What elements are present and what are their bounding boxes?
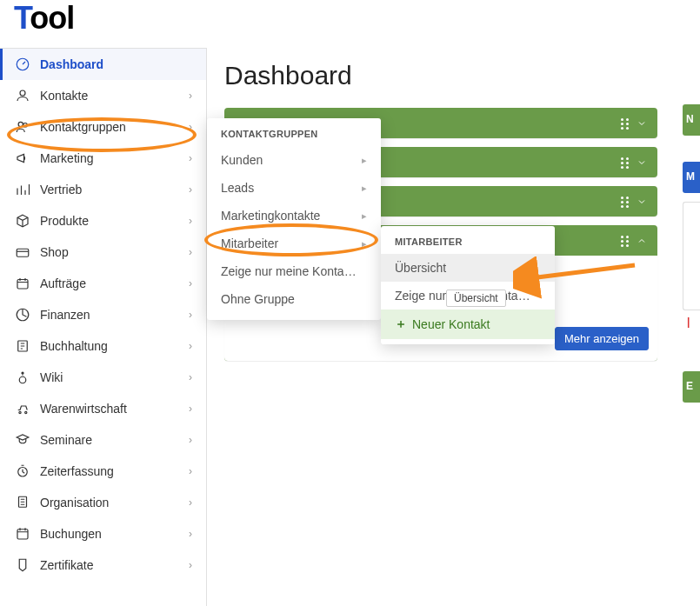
chevron-down-icon[interactable]	[637, 157, 647, 168]
right-panel-header-fragment[interactable]: E	[683, 371, 700, 403]
sidebar-item-label: Kontaktgruppen	[40, 120, 126, 134]
svg-point-8	[19, 411, 21, 413]
drag-handle-icon[interactable]	[621, 196, 630, 208]
chevron-right-icon: ▸	[362, 210, 367, 222]
sidebar-item-label: Dashboard	[40, 57, 103, 71]
seminars-icon	[14, 432, 31, 448]
wiki-icon	[14, 370, 31, 385]
drag-handle-icon[interactable]	[621, 117, 630, 130]
sidebar-item-zertifikate[interactable]: Zertifikate ›	[0, 549, 206, 581]
chevron-right-icon: ›	[189, 246, 192, 258]
chevron-right-icon: ▸	[362, 183, 367, 194]
chevron-up-icon[interactable]	[637, 236, 647, 246]
sidebar-item-warenwirtschaft[interactable]: Warenwirtschaft ›	[0, 393, 206, 424]
chevron-right-icon: ›	[189, 528, 192, 540]
sidebar-item-wiki[interactable]: Wiki ›	[0, 362, 206, 393]
sidebar: Dashboard Kontakte › Kontaktgruppen › Ma…	[0, 48, 207, 606]
sidebar-item-label: Zeiterfassung	[40, 464, 114, 478]
sidebar-item-marketing[interactable]: Marketing ›	[0, 143, 206, 174]
organisation-icon	[14, 495, 31, 510]
chevron-right-icon: ›	[189, 434, 192, 446]
drag-handle-icon[interactable]	[621, 156, 630, 169]
sidebar-item-organisation[interactable]: Organisation ›	[0, 487, 206, 518]
flyout-item-mitarbeiter[interactable]: Mitarbeiter ▸	[207, 230, 381, 257]
flyout-item-kunden[interactable]: Kunden ▸	[207, 146, 381, 174]
sidebar-item-label: Produkte	[40, 214, 89, 228]
flyout-item-uebersicht[interactable]: Übersicht	[381, 254, 555, 282]
flyout-item-label: Übersicht	[395, 261, 446, 275]
flyout-kontaktgruppen: KONTAKTGRUPPEN Kunden ▸ Leads ▸ Marketin…	[207, 118, 381, 320]
flyout-title: KONTAKTGRUPPEN	[207, 118, 381, 146]
plus-icon: ＋	[395, 316, 407, 332]
app-logo: Tool	[14, 0, 74, 37]
svg-point-2	[18, 122, 23, 126]
sidebar-item-buchungen[interactable]: Buchungen ›	[0, 518, 206, 549]
chevron-right-icon: ›	[189, 277, 192, 290]
logo-letter: T	[14, 0, 30, 36]
flyout-item-label: Neuer Kontakt	[412, 317, 490, 331]
dashboard-icon	[14, 57, 31, 72]
chevron-right-icon: ›	[189, 496, 192, 509]
page-title: Dashboard	[224, 61, 700, 90]
sidebar-item-zeiterfassung[interactable]: Zeiterfassung ›	[0, 456, 206, 487]
svg-rect-12	[17, 529, 28, 539]
sidebar-item-label: Wiki	[40, 370, 63, 384]
right-sidebar-fragment: N M | E	[683, 104, 700, 429]
sidebar-item-buchhaltung[interactable]: Buchhaltung ›	[0, 330, 206, 362]
show-more-button[interactable]: Mehr anzeigen	[555, 327, 649, 350]
flyout-item-ohne-gruppe[interactable]: Ohne Gruppe	[207, 285, 381, 313]
sidebar-item-auftraege[interactable]: Aufträge ›	[0, 268, 206, 299]
right-panel-header-fragment[interactable]: M	[683, 162, 700, 193]
drag-handle-icon[interactable]	[621, 235, 630, 247]
sidebar-item-finanzen[interactable]: Finanzen ›	[0, 299, 206, 330]
sidebar-item-label: Warenwirtschaft	[40, 402, 127, 416]
flyout-item-label: Ohne Gruppe	[221, 292, 295, 306]
chevron-down-icon[interactable]	[637, 196, 647, 207]
time-tracking-icon	[14, 463, 31, 479]
sidebar-item-kontakte[interactable]: Kontakte ›	[0, 80, 206, 111]
flyout-item-label: Leads	[221, 181, 254, 195]
flyout-item-own-contacts[interactable]: Zeige nur meine Konta…	[207, 257, 381, 285]
sidebar-item-vertrieb[interactable]: Vertrieb ›	[0, 174, 206, 205]
sidebar-item-label: Aufträge	[40, 276, 86, 290]
chevron-right-icon: ›	[189, 90, 192, 102]
sidebar-item-kontaktgruppen[interactable]: Kontaktgruppen ›	[0, 111, 206, 143]
chevron-down-icon[interactable]	[637, 118, 647, 129]
flyout-item-neuer-kontakt[interactable]: ＋ Neuer Kontakt	[381, 310, 555, 339]
chevron-right-icon: ▸	[362, 155, 367, 166]
contact-groups-icon	[14, 119, 31, 135]
sidebar-item-produkte[interactable]: Produkte ›	[0, 205, 206, 236]
svg-point-3	[23, 123, 28, 128]
contact-icon	[14, 88, 31, 103]
right-panel-header-fragment[interactable]: N	[683, 104, 700, 136]
flyout-item-label: Zeige nur meine Konta…	[221, 264, 357, 278]
sidebar-item-label: Organisation	[40, 496, 109, 509]
logo-rest: ool	[30, 0, 74, 36]
flyout-item-label: Marketingkontakte	[221, 209, 320, 223]
svg-point-7	[19, 376, 26, 383]
flyout-title: MITARBEITER	[381, 226, 555, 254]
chevron-right-icon: ›	[189, 309, 192, 321]
certificates-icon	[14, 557, 31, 573]
bookings-icon	[14, 526, 31, 542]
sidebar-item-seminare[interactable]: Seminare ›	[0, 424, 206, 456]
chevron-right-icon: ›	[189, 371, 192, 383]
svg-point-1	[20, 90, 25, 96]
flyout-item-leads[interactable]: Leads ▸	[207, 174, 381, 202]
marketing-icon	[14, 150, 31, 166]
chevron-right-icon: ›	[189, 559, 192, 571]
chevron-right-icon: ›	[189, 340, 192, 352]
shop-icon	[14, 244, 31, 260]
chevron-right-icon: ›	[189, 152, 192, 164]
sidebar-item-dashboard[interactable]: Dashboard	[0, 49, 206, 80]
right-panel-text-fragment: |	[683, 316, 700, 328]
chevron-right-icon: ▸	[362, 238, 367, 250]
chevron-right-icon: ›	[189, 465, 192, 477]
chevron-right-icon: ›	[189, 183, 192, 196]
sidebar-item-label: Finanzen	[40, 308, 90, 322]
sidebar-item-shop[interactable]: Shop ›	[0, 236, 206, 268]
sidebar-item-label: Zertifikate	[40, 558, 93, 572]
orders-icon	[14, 276, 31, 291]
flyout-item-marketingkontakte[interactable]: Marketingkontakte ▸	[207, 202, 381, 230]
svg-rect-4	[17, 249, 29, 256]
